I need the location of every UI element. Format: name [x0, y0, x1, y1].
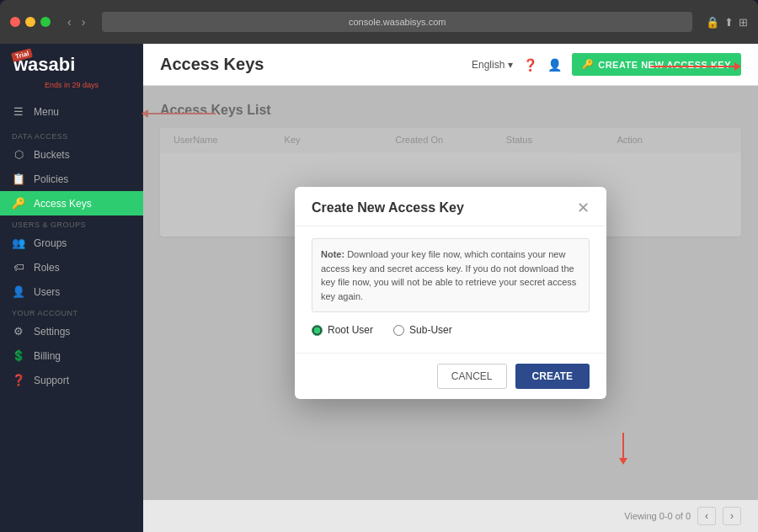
support-label: Support	[34, 375, 69, 386]
settings-label: Settings	[34, 326, 70, 338]
sidebar-item-settings[interactable]: ⚙ Settings	[0, 319, 143, 343]
note-label: Note:	[321, 249, 344, 259]
users-icon: 👤	[12, 285, 25, 298]
arrow-line	[650, 66, 734, 67]
key-icon: 🔑	[582, 59, 595, 70]
arrow-vertical	[622, 433, 624, 458]
sidebar-logo: Trial wasabi	[0, 44, 143, 81]
minimize-button[interactable]	[25, 17, 35, 27]
support-icon: ❓	[12, 374, 25, 386]
modal-overlay: Create New Access Key ✕ Note: Download y…	[143, 86, 758, 500]
modal-note: Note: Download your key file now, which …	[312, 238, 590, 312]
traffic-lights	[10, 17, 51, 27]
modal-body: Note: Download your key file now, which …	[295, 226, 606, 353]
access-keys-label: Access Keys	[34, 198, 92, 210]
radio-sub-input[interactable]	[393, 325, 404, 336]
billing-label: Billing	[34, 350, 61, 362]
radio-sub-label: Sub-User	[409, 324, 452, 336]
policies-icon: 📋	[12, 173, 25, 185]
buckets-icon: ⬡	[12, 148, 25, 161]
users-label: Users	[34, 286, 60, 298]
language-selector[interactable]: English ▾	[472, 59, 513, 71]
arrow-head	[734, 62, 741, 71]
arrow-to-create	[650, 62, 741, 71]
sidebar-item-roles[interactable]: 🏷 Roles	[0, 255, 143, 279]
menu-section: ☰ Menu	[0, 96, 143, 127]
main-content: Access Keys English ▾ ❓ 👤 🔑 CREATE NEW A…	[143, 44, 758, 532]
nav-buttons: ‹ ›	[64, 13, 88, 30]
modal-title: Create New Access Key	[312, 200, 464, 215]
radio-root-input[interactable]	[312, 325, 323, 336]
radio-group: Root User Sub-User	[312, 324, 590, 336]
radio-root-user[interactable]: Root User	[312, 324, 373, 336]
modal-close-button[interactable]: ✕	[577, 200, 590, 215]
browser-icons: 🔒 ⬆ ⊞	[706, 16, 748, 29]
menu-icon: ⊞	[739, 16, 748, 29]
modal-header: Create New Access Key ✕	[295, 187, 606, 226]
data-access-section-label: Data Access	[0, 127, 143, 142]
viewing-text: Viewing 0-0 of 0	[624, 511, 691, 521]
share-icon: ⬆	[724, 16, 734, 29]
policies-label: Policies	[34, 173, 68, 185]
address-bar[interactable]: console.wasabisys.com	[102, 12, 692, 32]
help-icon[interactable]: ❓	[523, 58, 537, 72]
groups-label: Groups	[34, 237, 67, 249]
arrow-to-create-modal	[619, 433, 627, 465]
users-groups-section-label: Users & Groups	[0, 215, 143, 231]
sidebar-menu-toggle[interactable]: ☰ Menu	[0, 99, 143, 124]
cancel-button[interactable]: CANCEL	[437, 364, 507, 389]
sidebar-item-access-keys[interactable]: 🔑 Access Keys	[0, 191, 143, 215]
sidebar-item-groups[interactable]: 👥 Groups	[0, 231, 143, 255]
content-footer: Viewing 0-0 of 0 ‹ ›	[143, 500, 758, 532]
menu-label: Menu	[34, 106, 59, 118]
groups-icon: 👥	[12, 237, 25, 249]
roles-label: Roles	[34, 262, 60, 274]
roles-icon: 🏷	[12, 261, 25, 274]
radio-sub-user[interactable]: Sub-User	[393, 324, 452, 336]
close-button[interactable]	[10, 17, 20, 27]
your-account-section-label: Your Account	[0, 304, 143, 319]
buckets-label: Buckets	[34, 149, 70, 161]
note-text: Download your key file now, which contai…	[321, 249, 576, 301]
sidebar: Trial wasabi Ends in 29 days ☰ Menu Data…	[0, 44, 143, 532]
access-keys-icon: 🔑	[12, 197, 25, 210]
sidebar-item-support[interactable]: ❓ Support	[0, 368, 143, 392]
create-button[interactable]: CREATE	[515, 364, 590, 389]
page-title: Access Keys	[160, 55, 264, 74]
prev-page-button[interactable]: ‹	[697, 507, 716, 525]
content-area: Access Keys List UserName Key Created On…	[143, 86, 758, 500]
back-button[interactable]: ‹	[64, 13, 75, 30]
menu-icon: ☰	[12, 105, 25, 118]
fullscreen-button[interactable]	[40, 17, 51, 27]
browser-chrome: ‹ › console.wasabisys.com 🔒 ⬆ ⊞	[0, 0, 758, 44]
sidebar-item-billing[interactable]: 💲 Billing	[0, 343, 143, 368]
next-page-button[interactable]: ›	[723, 507, 741, 525]
app-container: Trial wasabi Ends in 29 days ☰ Menu Data…	[0, 44, 758, 532]
settings-icon: ⚙	[12, 325, 25, 338]
trial-info: Ends in 29 days	[0, 81, 143, 96]
url-display: console.wasabisys.com	[349, 17, 446, 27]
arrow-down-head	[619, 458, 627, 465]
radio-root-label: Root User	[328, 324, 373, 336]
sidebar-item-buckets[interactable]: ⬡ Buckets	[0, 142, 143, 167]
sidebar-item-policies[interactable]: 📋 Policies	[0, 167, 143, 191]
billing-icon: 💲	[12, 349, 25, 362]
sidebar-item-users[interactable]: 👤 Users	[0, 279, 143, 304]
modal: Create New Access Key ✕ Note: Download y…	[295, 187, 606, 399]
user-icon[interactable]: 👤	[547, 58, 562, 72]
forward-button[interactable]: ›	[78, 13, 89, 30]
modal-footer: CANCEL CREATE	[295, 353, 606, 399]
lock-icon: 🔒	[706, 16, 719, 29]
